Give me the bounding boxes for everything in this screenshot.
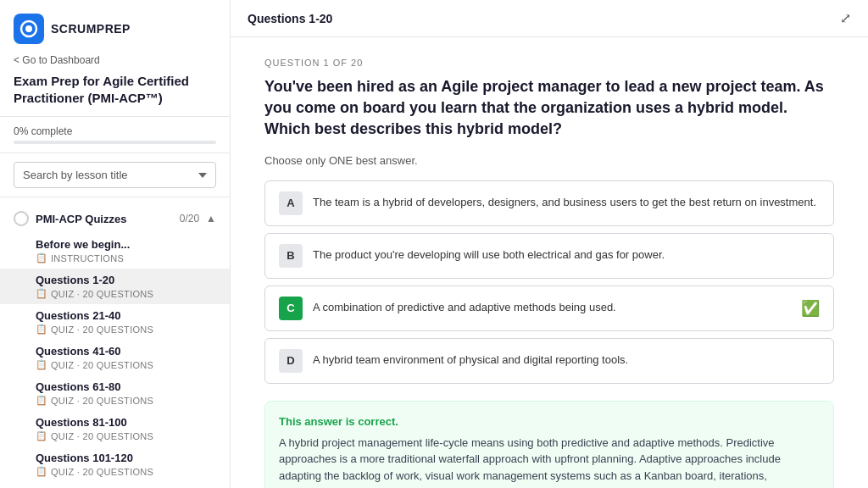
nav-item-title: Questions 61-80: [36, 380, 216, 393]
quiz-icon: 📋: [36, 395, 47, 406]
section-count: 0/20: [180, 213, 199, 225]
question-number: QUESTION 1 OF 20: [264, 58, 834, 68]
answer-option-d[interactable]: D A hybrid team environment of physical …: [264, 338, 834, 384]
quiz-icon: 📋: [36, 288, 47, 299]
chevron-up-icon: ▲: [206, 213, 216, 225]
back-to-dashboard-link[interactable]: < Go to Dashboard: [14, 54, 216, 66]
main-header-title: Questions 1-20: [248, 12, 332, 25]
feedback-box: This answer is correct. A hybrid project…: [264, 401, 834, 488]
nav-item-title: Questions 81-100: [36, 416, 216, 429]
logo-area: SCRUMPREP: [14, 14, 216, 44]
nav-item-before[interactable]: Before we begin... 📋 INSTRUCTIONS: [0, 233, 230, 269]
question-text: You've been hired as an Agile project ma…: [264, 76, 834, 141]
main-content: Questions 1-20 ⤢ QUESTION 1 OF 20 You've…: [231, 0, 868, 488]
answer-letter-c: C: [279, 297, 303, 320]
svg-point-1: [25, 25, 32, 32]
progress-section: 0% complete: [0, 117, 230, 153]
sidebar: SCRUMPREP < Go to Dashboard Exam Prep fo…: [0, 0, 231, 488]
nav-item-sub-text: INSTRUCTIONS: [51, 253, 124, 263]
nav-section-header[interactable]: PMI-ACP Quizzes 0/20 ▲: [0, 204, 230, 233]
quiz-icon: 📋: [36, 324, 47, 335]
answer-options: A The team is a hybrid of developers, de…: [264, 180, 834, 384]
feedback-correct-label: This answer is correct.: [279, 415, 820, 428]
brand-name: SCRUMPREP: [51, 22, 131, 36]
course-title: Exam Prep for Agile Certified Practition…: [14, 73, 216, 106]
choose-instruction: Choose only ONE best answer.: [264, 154, 834, 167]
section-circle-icon: [14, 211, 29, 226]
nav-item-sub-text: QUIZ · 20 QUESTIONS: [51, 431, 153, 441]
nav-item-q81-100[interactable]: Questions 81-100 📋 QUIZ · 20 QUESTIONS: [0, 411, 230, 446]
expand-icon[interactable]: ⤢: [840, 10, 851, 26]
sidebar-header: SCRUMPREP < Go to Dashboard Exam Prep fo…: [0, 0, 230, 117]
nav-list: PMI-ACP Quizzes 0/20 ▲ Before we begin..…: [0, 197, 230, 488]
answer-text-a: The team is a hybrid of developers, desi…: [313, 195, 820, 210]
quiz-icon: 📋: [36, 430, 47, 441]
nav-item-q21-40[interactable]: Questions 21-40 📋 QUIZ · 20 QUESTIONS: [0, 304, 230, 340]
logo-icon: [14, 14, 44, 44]
nav-item-title: Questions 21-40: [36, 309, 216, 322]
answer-option-b[interactable]: B The product you're developing will use…: [264, 233, 834, 279]
nav-item-title: Questions 1-20: [36, 274, 216, 286]
nav-item-sub-text: QUIZ · 20 QUESTIONS: [51, 360, 153, 370]
answer-option-c[interactable]: C A combination of predictive and adapti…: [264, 286, 834, 331]
nav-item-sub-text: QUIZ · 20 QUESTIONS: [51, 289, 153, 299]
answer-letter-a: A: [279, 191, 303, 215]
nav-items: Before we begin... 📋 INSTRUCTIONS Questi…: [0, 233, 230, 485]
answer-text-b: The product you're developing will use b…: [313, 247, 820, 263]
nav-item-q1-20[interactable]: Questions 1-20 📋 QUIZ · 20 QUESTIONS: [0, 269, 230, 304]
nav-item-title: Questions 41-60: [36, 345, 216, 358]
main-header: Questions 1-20 ⤢: [231, 0, 868, 37]
quiz-icon: 📋: [36, 359, 47, 370]
quiz-icon: 📋: [36, 466, 47, 477]
nav-item-title: Before we begin...: [36, 238, 216, 251]
answer-letter-d: D: [279, 349, 303, 373]
nav-item-sub-text: QUIZ · 20 QUESTIONS: [51, 467, 153, 477]
nav-item-q41-60[interactable]: Questions 41-60 📋 QUIZ · 20 QUESTIONS: [0, 340, 230, 375]
progress-bar-background: [14, 141, 216, 144]
section-title: PMI-ACP Quizzes: [36, 213, 126, 225]
search-area: Search by lesson title: [0, 153, 230, 197]
nav-item-q61-80[interactable]: Questions 61-80 📋 QUIZ · 20 QUESTIONS: [0, 375, 230, 411]
progress-text: 0% complete: [14, 125, 216, 137]
feedback-text: A hybrid project management life-cycle m…: [279, 435, 820, 488]
search-by-lesson-select[interactable]: Search by lesson title: [14, 162, 216, 188]
nav-item-title: Questions 101-120: [36, 452, 216, 464]
instructions-icon: 📋: [36, 252, 47, 263]
answer-text-c: A combination of predictive and adaptive…: [313, 300, 791, 315]
nav-item-sub-text: QUIZ · 20 QUESTIONS: [51, 324, 153, 335]
correct-check-icon: ✅: [801, 299, 820, 318]
question-area: QUESTION 1 OF 20 You've been hired as an…: [231, 37, 868, 488]
answer-text-d: A hybrid team environment of physical an…: [313, 352, 820, 368]
nav-item-q101-120[interactable]: Questions 101-120 📋 QUIZ · 20 QUESTIONS: [0, 446, 230, 482]
answer-letter-b: B: [279, 244, 303, 268]
answer-option-a[interactable]: A The team is a hybrid of developers, de…: [264, 180, 834, 226]
nav-item-sub-text: QUIZ · 20 QUESTIONS: [51, 396, 153, 406]
